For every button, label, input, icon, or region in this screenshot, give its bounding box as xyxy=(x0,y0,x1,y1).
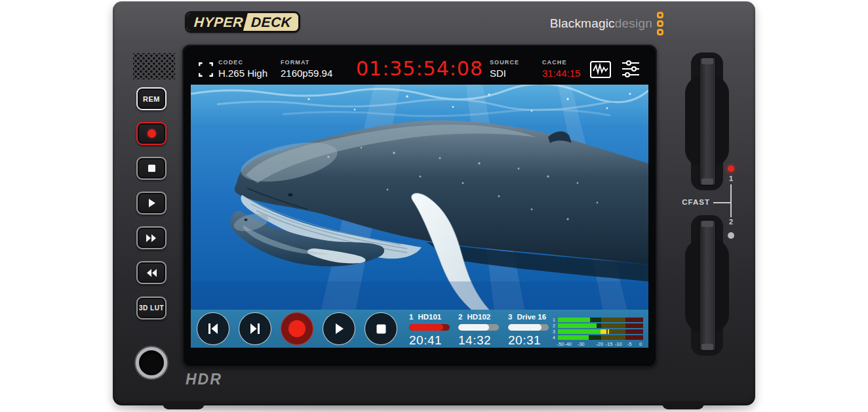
remote-button-label: REM xyxy=(143,95,160,103)
stop-square-icon xyxy=(148,165,155,172)
format-label: FORMAT xyxy=(281,59,332,66)
drive2-number: 2 xyxy=(458,313,462,321)
menu-sliders-icon[interactable] xyxy=(621,60,641,78)
meter3-peak-tick xyxy=(608,329,609,334)
fast-forward-icon xyxy=(145,234,158,243)
drive-slot-3[interactable]: 3Drive 16 20:31 xyxy=(508,313,555,348)
badge-text-deck: DECK xyxy=(250,14,292,30)
whale-photo xyxy=(191,85,648,348)
cache-indicator[interactable]: CACHE 31:44:15 xyxy=(542,59,580,79)
screen-bezel: CODEC H.265 High FORMAT 2160p59.94 01:35… xyxy=(182,45,657,367)
monitor-overlay-icon[interactable] xyxy=(197,61,214,78)
blackmagic-logo: Blackmagicdesign xyxy=(564,7,663,40)
record-dot-icon xyxy=(148,129,156,138)
rubber-foot-right xyxy=(662,402,704,409)
meter2-bar xyxy=(558,323,643,328)
badge-left-segment: HYPER xyxy=(187,13,248,31)
meter1-label: 1 xyxy=(553,318,558,322)
video-preview: 1HD101 20:41 2HD102 14:32 xyxy=(191,85,648,348)
source-value: SDI xyxy=(490,68,519,79)
lut-button-label: 3D LUT xyxy=(139,304,164,312)
drive2-capacity-bar xyxy=(458,324,499,331)
source-label: SOURCE xyxy=(490,59,519,66)
meter-channel-3: 3 xyxy=(553,329,643,334)
drive3-capacity-bar xyxy=(508,324,549,331)
drive3-time-remaining: 20:31 xyxy=(508,333,555,348)
drive-slot-2[interactable]: 2HD102 14:32 xyxy=(458,313,505,348)
meter2-label: 2 xyxy=(553,323,558,328)
hyperdeck-device: HYPER DECK Blackmagicdesign REM 3D LUT xyxy=(113,1,755,405)
stop-icon xyxy=(376,323,387,335)
page: HYPER DECK Blackmagicdesign REM 3D LUT xyxy=(0,0,868,412)
cfast1-activity-led xyxy=(728,165,734,172)
meter4-label: 4 xyxy=(553,335,558,340)
drive3-number: 3 xyxy=(508,313,512,321)
play-icon xyxy=(333,322,345,335)
codec-value: H.265 High xyxy=(218,68,267,79)
drive3-name: Drive 16 xyxy=(517,313,546,321)
meter-scale: -50 -40 -30 -20 -15 -10 -5 0 xyxy=(558,341,643,347)
cfast-slot-1 xyxy=(685,52,729,190)
meter3-bar xyxy=(558,329,643,334)
fast-forward-button[interactable] xyxy=(136,226,167,249)
logo-text-secondary: design xyxy=(615,16,652,30)
hyperdeck-logo-badge: HYPER DECK xyxy=(185,11,300,33)
drive3-capacity-fill xyxy=(508,324,542,331)
rewind-button[interactable] xyxy=(136,261,167,284)
format-value: 2160p59.94 xyxy=(281,68,332,79)
skip-back-button[interactable] xyxy=(197,312,229,345)
cache-value: 31:44:15 xyxy=(542,68,580,79)
hdr-model-mark: HDR xyxy=(186,371,222,388)
blackmagic-logo-text: Blackmagicdesign xyxy=(550,16,652,31)
skip-forward-button[interactable] xyxy=(239,312,271,345)
drive2-name: HD102 xyxy=(467,313,490,321)
audio-meters[interactable]: 1 2 3 xyxy=(553,318,643,347)
cfast1-number: 1 xyxy=(727,175,735,182)
drive2-time-remaining: 14:32 xyxy=(458,333,505,348)
cfast-label: CFAST xyxy=(665,198,710,206)
format-indicator[interactable]: FORMAT 2160p59.94 xyxy=(281,59,332,79)
play-triangle-icon xyxy=(147,198,157,208)
cfast-connector-line xyxy=(713,202,731,203)
status-bar: CODEC H.265 High FORMAT 2160p59.94 01:35… xyxy=(191,54,648,85)
drive1-capacity-fill xyxy=(409,324,443,331)
source-indicator[interactable]: SOURCE SDI xyxy=(490,59,519,79)
logo-text-primary: Blackmagic xyxy=(550,16,615,30)
speaker-grille xyxy=(133,53,175,79)
stop-button[interactable] xyxy=(136,157,167,180)
meter3-peak xyxy=(601,329,606,334)
cfast-bracket-line xyxy=(730,184,732,217)
blackmagic-logo-icon xyxy=(657,12,663,35)
lut-button[interactable]: 3D LUT xyxy=(136,297,167,319)
meter1-bar xyxy=(558,318,643,322)
record-circle-icon xyxy=(288,320,306,337)
transport-overlay-bar: 1HD101 20:41 2HD102 14:32 xyxy=(191,310,648,348)
meter-channel-1: 1 xyxy=(553,318,643,322)
timecode-display[interactable]: 01:35:54:08 xyxy=(356,57,483,80)
headphone-jack xyxy=(136,347,167,379)
drive-slot-1[interactable]: 1HD101 20:41 xyxy=(409,313,456,348)
rubber-foot-left xyxy=(163,402,205,409)
cache-label: CACHE xyxy=(542,59,580,66)
skip-forward-icon xyxy=(248,323,262,335)
badge-right-segment: DECK xyxy=(248,13,299,31)
play-touch-button[interactable] xyxy=(323,312,355,345)
drive1-number: 1 xyxy=(409,313,413,321)
drive1-capacity-bar xyxy=(409,324,450,331)
remote-button[interactable]: REM xyxy=(136,87,167,110)
meter4-bar xyxy=(558,335,643,340)
drive2-capacity-fill xyxy=(458,324,489,331)
scopes-waveform-icon[interactable] xyxy=(589,60,612,79)
play-button[interactable] xyxy=(136,192,167,215)
touchscreen: CODEC H.265 High FORMAT 2160p59.94 01:35… xyxy=(191,54,648,348)
meter3-label: 3 xyxy=(553,329,558,334)
drive1-name: HD101 xyxy=(418,313,441,321)
codec-label: CODEC xyxy=(218,59,267,66)
rewind-icon xyxy=(145,268,158,278)
stop-touch-button[interactable] xyxy=(365,312,397,345)
record-button[interactable] xyxy=(136,122,167,145)
record-touch-button[interactable] xyxy=(281,312,313,345)
codec-indicator[interactable]: CODEC H.265 High xyxy=(218,59,267,79)
badge-text-hyper: HYPER xyxy=(193,14,244,30)
skip-back-icon xyxy=(207,323,220,335)
